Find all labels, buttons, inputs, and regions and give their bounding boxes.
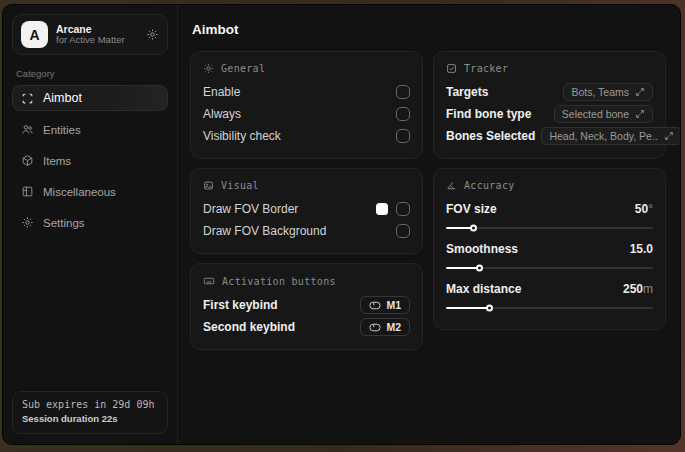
setting-label: Second keybind: [203, 320, 295, 334]
sidebar-item-label: Miscellaneous: [43, 186, 116, 198]
expand-icon: [635, 109, 645, 119]
sidebar-item-items[interactable]: Items: [12, 148, 168, 173]
dropdown-value: Bots, Teams: [571, 86, 629, 98]
category-nav: Aimbot Entities Items Miscellaneous: [12, 85, 168, 235]
setting-label: Smoothness: [446, 242, 518, 256]
category-label: Category: [16, 68, 164, 79]
expand-icon: [664, 131, 674, 141]
bones-selected-dropdown[interactable]: Head, Neck, Body, Pe..: [541, 127, 681, 145]
sidebar-item-aimbot[interactable]: Aimbot: [12, 85, 168, 111]
setting-row: Second keybind M2: [203, 316, 410, 338]
setting-label: Always: [203, 107, 241, 121]
setting-label: Max distance: [446, 282, 521, 296]
max-distance-slider[interactable]: [446, 307, 653, 309]
visual-section: Visual Draw FOV Border Draw FOV Backgrou…: [190, 168, 423, 254]
scan-icon: [21, 92, 34, 105]
accuracy-section: Accuracy FOV size 50° Smoothness: [433, 168, 666, 330]
setting-label: Find bone type: [446, 107, 531, 121]
slider-thumb[interactable]: [476, 265, 483, 272]
gear-icon: [21, 216, 34, 229]
enable-checkbox[interactable]: [396, 85, 410, 99]
mouse-icon: [369, 301, 381, 310]
fov-size-setting: FOV size 50°: [446, 198, 653, 229]
app-logo-letter: A: [29, 27, 39, 43]
tracker-icon: [446, 63, 457, 74]
setting-row: Always: [203, 103, 410, 125]
angle-icon: [446, 180, 457, 191]
draw-fov-border-checkbox[interactable]: [396, 202, 410, 216]
subscription-card: Sub expires in 29d 09h Session duration …: [12, 391, 168, 434]
app-subtitle: for Active Matter: [56, 35, 138, 46]
app-meta: Arcane for Active Matter: [56, 23, 138, 46]
dropdown-value: Head, Neck, Body, Pe..: [549, 130, 657, 142]
fov-size-slider[interactable]: [446, 227, 653, 229]
slider-thumb[interactable]: [470, 225, 477, 232]
setting-label: Draw FOV Background: [203, 224, 326, 238]
general-section: General Enable Always Visibility check: [190, 51, 423, 159]
second-keybind-button[interactable]: M2: [360, 318, 410, 336]
setting-row: Visibility check: [203, 125, 410, 147]
setting-label: Targets: [446, 85, 488, 99]
setting-label: First keybind: [203, 298, 278, 312]
entities-icon: [21, 123, 34, 136]
activation-buttons-section: Activation buttons First keybind M1 Seco…: [190, 263, 423, 350]
setting-value: 250m: [623, 282, 653, 296]
section-title: General: [221, 63, 265, 74]
main-content: Aimbot General Enable Alw: [178, 5, 680, 444]
session-duration-text: Session duration 22s: [22, 412, 158, 426]
setting-row: First keybind M1: [203, 294, 410, 316]
section-title: Activation buttons: [222, 276, 336, 287]
setting-row: Draw FOV Border: [203, 198, 410, 220]
sidebar-item-label: Entities: [43, 124, 81, 136]
keybind-value: M2: [386, 321, 401, 333]
sidebar-item-label: Items: [43, 155, 71, 167]
section-title: Visual: [221, 180, 259, 191]
max-distance-setting: Max distance 250m: [446, 278, 653, 309]
fov-border-color-swatch[interactable]: [376, 203, 388, 215]
sub-expiry-text: Sub expires in 29d 09h: [22, 398, 158, 413]
slider-thumb[interactable]: [486, 305, 493, 312]
setting-value: 50°: [635, 202, 653, 216]
sidebar-item-label: Settings: [43, 217, 85, 229]
smoothness-setting: Smoothness 15.0: [446, 238, 653, 269]
visibility-check-checkbox[interactable]: [396, 129, 410, 143]
sidebar-item-miscellaneous[interactable]: Miscellaneous: [12, 179, 168, 204]
find-bone-type-dropdown[interactable]: Selected bone: [554, 105, 653, 123]
page-title: Aimbot: [192, 22, 666, 37]
setting-row: Bones Selected Head, Neck, Body, Pe..: [446, 125, 653, 147]
first-keybind-button[interactable]: M1: [360, 296, 410, 314]
setting-label: FOV size: [446, 202, 497, 216]
setting-value: 15.0: [630, 242, 653, 256]
gear-icon[interactable]: [146, 28, 159, 41]
expand-icon: [635, 87, 645, 97]
keybind-value: M1: [386, 299, 401, 311]
sidebar-item-label: Aimbot: [43, 91, 82, 105]
section-title: Accuracy: [464, 180, 515, 191]
tracker-section: Tracker Targets Bots, Teams Find bone ty…: [433, 51, 666, 159]
section-title: Tracker: [464, 63, 508, 74]
dropdown-value: Selected bone: [562, 108, 629, 120]
draw-fov-background-checkbox[interactable]: [396, 224, 410, 238]
sidebar-item-settings[interactable]: Settings: [12, 210, 168, 235]
targets-dropdown[interactable]: Bots, Teams: [563, 83, 653, 101]
sidebar-item-entities[interactable]: Entities: [12, 117, 168, 142]
app-logo: A: [21, 21, 48, 48]
sidebar: A Arcane for Active Matter Category Aimb…: [3, 5, 178, 444]
cube-icon: [21, 154, 34, 167]
always-checkbox[interactable]: [396, 107, 410, 121]
setting-label: Draw FOV Border: [203, 202, 298, 216]
app-header-card: A Arcane for Active Matter: [12, 14, 168, 55]
cheat-menu-window: A Arcane for Active Matter Category Aimb…: [2, 4, 681, 445]
sun-gear-icon: [203, 63, 214, 74]
setting-label: Visibility check: [203, 129, 281, 143]
keyboard-icon: [203, 275, 215, 287]
setting-row: Find bone type Selected bone: [446, 103, 653, 125]
setting-row: Enable: [203, 81, 410, 103]
panels-icon: [21, 185, 34, 198]
setting-row: Draw FOV Background: [203, 220, 410, 242]
mouse-icon: [369, 323, 381, 332]
setting-row: Targets Bots, Teams: [446, 81, 653, 103]
setting-label: Enable: [203, 85, 240, 99]
smoothness-slider[interactable]: [446, 267, 653, 269]
image-icon: [203, 180, 214, 191]
